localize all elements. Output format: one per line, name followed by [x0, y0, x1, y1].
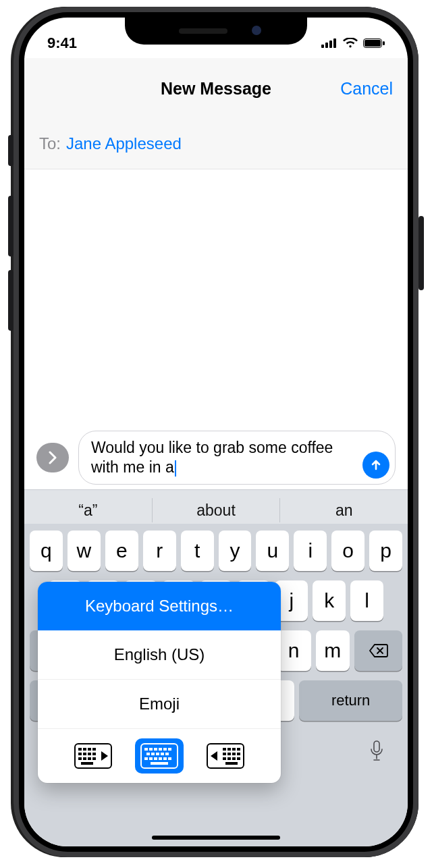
svg-rect-23: [92, 757, 96, 760]
text-caret: [175, 460, 176, 477]
svg-rect-47: [232, 748, 236, 751]
key-w[interactable]: w: [68, 531, 101, 571]
svg-rect-1: [325, 43, 328, 48]
key-t[interactable]: t: [181, 531, 214, 571]
menu-english-us[interactable]: English (US): [38, 630, 281, 680]
recipient-name: Jane Appleseed: [66, 134, 182, 153]
svg-rect-21: [83, 757, 86, 760]
volume-up-button: [8, 196, 14, 256]
svg-rect-56: [237, 757, 240, 760]
svg-rect-33: [151, 753, 155, 755]
keyboard-left-icon[interactable]: [69, 738, 117, 774]
svg-rect-54: [227, 757, 231, 760]
svg-rect-16: [78, 753, 82, 755]
home-indicator[interactable]: [152, 836, 280, 840]
svg-rect-43: [151, 762, 168, 765]
key-l[interactable]: l: [350, 580, 383, 621]
svg-rect-29: [159, 748, 162, 751]
svg-rect-35: [161, 753, 164, 755]
svg-rect-13: [83, 748, 86, 751]
svg-rect-5: [364, 40, 381, 47]
svg-rect-45: [223, 748, 226, 751]
to-label: To:: [39, 134, 61, 153]
nav-header: New Message Cancel: [24, 58, 408, 119]
svg-rect-32: [146, 753, 150, 755]
svg-rect-6: [383, 41, 385, 45]
svg-rect-41: [163, 757, 167, 760]
key-p[interactable]: p: [369, 531, 402, 571]
svg-rect-10: [374, 741, 379, 752]
svg-rect-27: [149, 748, 153, 751]
svg-rect-49: [223, 753, 226, 755]
svg-rect-15: [92, 748, 96, 751]
svg-rect-28: [154, 748, 157, 751]
svg-rect-51: [232, 753, 236, 755]
expand-apps-button[interactable]: [36, 443, 69, 472]
svg-rect-57: [225, 762, 238, 765]
message-input[interactable]: Would you like to grab some coffee with …: [78, 431, 396, 485]
svg-rect-24: [81, 762, 93, 765]
svg-rect-26: [144, 748, 148, 751]
svg-rect-42: [168, 757, 171, 760]
side-button: [418, 216, 424, 290]
svg-rect-0: [321, 45, 324, 48]
cancel-button[interactable]: Cancel: [340, 79, 393, 99]
menu-keyboard-settings[interactable]: Keyboard Settings…: [38, 582, 281, 630]
key-m[interactable]: m: [316, 630, 350, 671]
recipient-field[interactable]: To: Jane Appleseed: [24, 119, 408, 169]
key-i[interactable]: i: [294, 531, 327, 571]
key-r[interactable]: r: [143, 531, 176, 571]
wifi-icon: [343, 38, 358, 49]
return-key[interactable]: return: [299, 680, 402, 721]
notch: [125, 18, 307, 45]
mute-switch: [8, 135, 14, 166]
svg-rect-36: [165, 753, 169, 755]
svg-rect-40: [159, 757, 162, 760]
status-time: 9:41: [47, 34, 77, 52]
delete-key[interactable]: [354, 630, 402, 671]
key-y[interactable]: y: [219, 531, 252, 571]
keyboard: q w e r t y u i o p a s d f g h j k l: [24, 524, 408, 846]
key-e[interactable]: e: [105, 531, 138, 571]
svg-rect-12: [78, 748, 82, 751]
svg-rect-3: [333, 38, 336, 48]
svg-rect-14: [88, 748, 91, 751]
svg-rect-31: [168, 748, 171, 751]
cellular-icon: [321, 38, 338, 48]
svg-rect-18: [88, 753, 91, 755]
keyboard-full-icon[interactable]: [135, 738, 184, 774]
svg-rect-20: [78, 757, 82, 760]
screen: 9:41 New Message Cancel To: Jane Applese…: [24, 18, 408, 846]
keyboard-right-icon[interactable]: [201, 738, 250, 774]
key-u[interactable]: u: [256, 531, 289, 571]
svg-rect-46: [227, 748, 231, 751]
svg-rect-2: [329, 40, 332, 48]
svg-rect-39: [154, 757, 157, 760]
svg-rect-19: [92, 753, 96, 755]
svg-rect-37: [144, 757, 148, 760]
svg-rect-50: [227, 753, 231, 755]
volume-down-button: [8, 270, 14, 331]
page-title: New Message: [161, 79, 271, 99]
key-k[interactable]: k: [313, 580, 346, 621]
svg-rect-34: [156, 753, 159, 755]
keyboard-layout-row: [38, 729, 281, 783]
message-text: Would you like to grab some coffee with …: [91, 439, 333, 476]
key-o[interactable]: o: [331, 531, 364, 571]
svg-rect-17: [83, 753, 86, 755]
menu-emoji[interactable]: Emoji: [38, 680, 281, 729]
keyboard-switcher-menu: Keyboard Settings… English (US) Emoji: [38, 582, 281, 783]
svg-rect-38: [149, 757, 153, 760]
dictation-icon[interactable]: [369, 740, 385, 763]
svg-rect-52: [237, 753, 240, 755]
key-q[interactable]: q: [30, 531, 63, 571]
svg-rect-53: [223, 757, 226, 760]
phone-frame: 9:41 New Message Cancel To: Jane Applese…: [14, 7, 418, 857]
svg-rect-30: [163, 748, 167, 751]
status-indicators: [321, 38, 385, 49]
battery-icon: [363, 38, 385, 48]
send-button[interactable]: [362, 452, 389, 479]
key-n[interactable]: n: [277, 630, 311, 671]
svg-rect-55: [232, 757, 236, 760]
svg-rect-22: [88, 757, 91, 760]
